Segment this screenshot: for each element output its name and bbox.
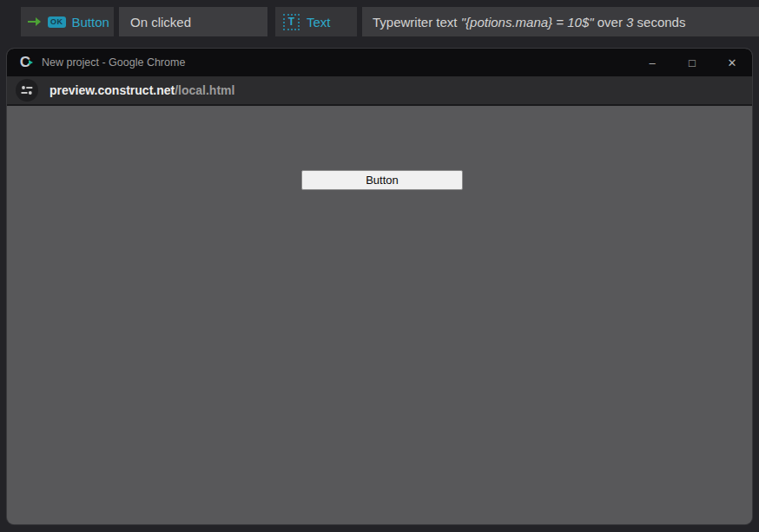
button-object-icon: OK bbox=[48, 16, 66, 28]
chrome-window: C New project - Google Chrome – □ ✕ prev… bbox=[7, 49, 752, 524]
url-domain: preview.construct.net bbox=[50, 83, 175, 97]
action-object-name: Text bbox=[307, 15, 331, 30]
condition-text: On clicked bbox=[130, 15, 191, 30]
page-content: Button bbox=[7, 108, 752, 524]
site-settings-button[interactable] bbox=[16, 79, 38, 102]
condition-block[interactable]: On clicked bbox=[119, 7, 267, 36]
page-button[interactable]: Button bbox=[301, 170, 463, 190]
tune-icon bbox=[21, 85, 33, 95]
close-button[interactable]: ✕ bbox=[712, 49, 752, 76]
condition-object-block[interactable]: OK Button bbox=[21, 7, 114, 36]
action-text: Typewriter text "{potions.mana} = 10$" o… bbox=[373, 15, 685, 30]
construct-logo-icon: C bbox=[17, 55, 33, 70]
text-object-icon: T bbox=[283, 14, 300, 30]
event-row: OK Button On clicked T Text Typewriter t… bbox=[0, 7, 759, 36]
window-titlebar[interactable]: C New project - Google Chrome – □ ✕ bbox=[7, 49, 752, 76]
address-bar[interactable]: preview.construct.net/local.html bbox=[7, 76, 752, 106]
url-path: /local.html bbox=[175, 83, 234, 97]
condition-object-name: Button bbox=[72, 15, 109, 30]
minimize-button[interactable]: – bbox=[632, 49, 672, 76]
url-text[interactable]: preview.construct.net/local.html bbox=[50, 83, 234, 97]
window-title: New project - Google Chrome bbox=[42, 56, 185, 69]
action-block[interactable]: Typewriter text "{potions.mana} = 10$" o… bbox=[362, 7, 759, 36]
window-controls: – □ ✕ bbox=[632, 49, 752, 76]
maximize-button[interactable]: □ bbox=[672, 49, 712, 76]
action-object-block[interactable]: T Text bbox=[275, 7, 357, 36]
arrow-right-icon bbox=[28, 16, 42, 27]
